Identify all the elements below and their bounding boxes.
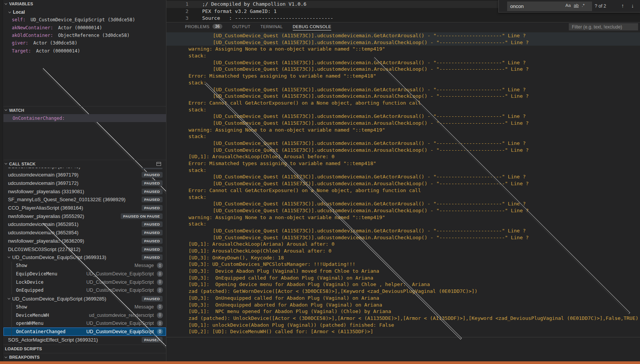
call-stack-frame[interactable]: EquipDeviceMenuUD_CustomDevice_EquipScri… xyxy=(3,270,166,278)
frame-count-badge: 0 xyxy=(157,279,163,285)
chevron-down-icon xyxy=(8,10,11,13)
frame-name: Show xyxy=(16,263,27,268)
variables-section-header[interactable]: VARIABLES xyxy=(3,0,166,8)
variable-row[interactable]: akOldContainer: ObjectReference (3d0dce5… xyxy=(3,32,166,39)
variable-name: giver: xyxy=(12,40,31,46)
variable-name: self: xyxy=(12,17,28,22)
frame-source: UD_CustomDevice_EquipScript xyxy=(86,288,154,293)
thread-label: SOS_ActorMagicEffect_Script (3699321) xyxy=(8,337,98,343)
call-stack-thread[interactable]: SF_mannyLoS_Quest_Scene2_0101322E (36989… xyxy=(3,196,166,204)
call-stack-frame[interactable]: DeviceMenuWHud_customdevice_renderscript… xyxy=(3,311,166,319)
watch-expression-row[interactable]: OnContainerChanged: xyxy=(3,114,166,122)
paused-badge: PAUSED xyxy=(142,230,163,235)
breakpoints-section-header[interactable]: BREAKPOINTS xyxy=(3,353,166,361)
frame-source: UD_CustomDevice_EquipScript xyxy=(86,329,154,334)
chevron-down-icon xyxy=(8,256,10,258)
call-stack-section-header[interactable]: CALL STACK xyxy=(3,160,166,167)
thread-label: DLC01WESC03Script (2745746) xyxy=(8,168,80,169)
call-stack-thread[interactable]: CCO_PlayerAliasScript (3698164)PAUSED xyxy=(3,204,166,212)
console-line: [UD,3]: UD_CustomDevices_NPCSlotsManager… xyxy=(166,261,640,268)
variable-row[interactable]: Target: Actor (00000014) xyxy=(3,47,166,55)
code-text: PEX format v3.2 GameID: 1 xyxy=(202,8,277,14)
find-results-count: ? of 2 xyxy=(595,3,606,9)
call-stack-thread[interactable]: nwsfollower_playeralias (3636209)PAUSED xyxy=(3,237,166,245)
chevron-down-icon xyxy=(5,355,7,358)
call-stack-frame[interactable]: OnContainerChangedUD_CustomDevice_EquipS… xyxy=(3,327,166,336)
frame-count-badge: 0 xyxy=(157,271,163,277)
frame-name: EquipDeviceMenu xyxy=(16,271,57,277)
call-stack-thread[interactable]: SOS_ActorMagicEffect_Script (3699321)PAU… xyxy=(3,336,166,344)
previous-match-icon[interactable]: ↑ xyxy=(621,3,624,9)
watch-section-header[interactable]: WATCH xyxy=(3,106,166,114)
thread-label: CCO_PlayerAliasScript (3698164) xyxy=(8,205,83,211)
console-line: warning: Assigning None to a non-object … xyxy=(166,46,640,52)
watch-title: WATCH xyxy=(9,108,24,113)
console-line: stack: xyxy=(166,79,640,86)
sidebar-left-strip xyxy=(0,0,3,361)
tab-label: OUTPUT xyxy=(232,24,251,29)
variable-name: akOldContainer: xyxy=(12,33,56,38)
tab-problems[interactable]: PROBLEMS 36 xyxy=(185,22,222,30)
call-stack-thread[interactable]: udcustomdevicemain (3652854)PAUSED xyxy=(3,229,166,237)
call-stack-thread[interactable]: UD_CustomDevice_EquipScript (3699313)PAU… xyxy=(3,253,166,262)
paused-badge: PAUSED xyxy=(142,246,163,252)
call-stack-thread[interactable]: udcustomdevicemain (3697179)PAUSED xyxy=(3,171,166,179)
paused-badge: PAUSED xyxy=(142,254,163,260)
console-line: [UD_CustomDevice_Quest (A115E73C)].udcus… xyxy=(166,59,640,66)
paused-badge: PAUSED xyxy=(142,172,163,178)
console-line: warning: Assigning None to a non-object … xyxy=(166,127,640,134)
line-number: 3 xyxy=(166,15,188,22)
paused-badge: PAUSED xyxy=(142,238,163,244)
whole-word-icon[interactable]: ab xyxy=(574,3,579,8)
thread-label: udcustomdevicemain (3697179) xyxy=(8,172,78,178)
tab-debug-console[interactable]: DEBUG CONSOLE xyxy=(293,22,331,30)
paused-badge: PAUSED xyxy=(142,296,163,302)
loaded-scripts-section-header[interactable]: LOADED SCRIPTS xyxy=(3,345,166,353)
frame-name: openWHMenu xyxy=(16,321,43,326)
debug-console-input[interactable] xyxy=(166,337,640,345)
thread-label: nwsfollower_playeralias (3636209) xyxy=(8,238,84,244)
frame-count-badge: 0 xyxy=(157,320,163,326)
tab-terminal[interactable]: TERMINAL xyxy=(260,22,283,30)
code-text: ;/ Decompiled by Champollion V1.0.6 xyxy=(202,1,306,7)
call-stack-thread[interactable]: udcustomdevicemain (3697172)PAUSED xyxy=(3,179,166,188)
scope-local-row[interactable]: Local xyxy=(3,8,166,16)
frame-name: OnContainerChanged xyxy=(16,329,65,334)
variable-name: Target: xyxy=(12,48,34,54)
chevron-down-icon xyxy=(5,162,7,165)
watch-expression: OnContainerChanged: xyxy=(13,116,65,121)
console-line: [UD,2]: [UD]: DeviceMenuWH() called for:… xyxy=(166,328,640,335)
call-stack-thread[interactable]: DLC01WESC03Script (2272812)PAUSED xyxy=(3,245,166,253)
call-stack-partial-row[interactable]: DLC01WESC03Script (2745746) PAUSED xyxy=(3,168,166,171)
console-line: [UD,1]: ArousalCheckLoop(Ariana) Arousal… xyxy=(166,241,640,248)
editor-line[interactable]: 3Source : ------------------------------… xyxy=(166,15,640,22)
next-match-icon[interactable]: ↓ xyxy=(631,3,634,9)
console-line: [UD,1]: NPC menu opened for Abadon Plug … xyxy=(166,308,640,315)
paused-badge: PAUSED xyxy=(142,168,163,169)
console-filter-input[interactable] xyxy=(569,23,638,30)
variable-row[interactable]: akNewContainer: Actor (00000014) xyxy=(3,24,166,31)
call-stack-thread[interactable]: UD_CustomDevice_EquipScript (3699285)PAU… xyxy=(3,294,166,303)
variable-row[interactable]: self: UD_CustomDevice_EquipScript (3d0dc… xyxy=(3,16,166,24)
console-line: Error: Mismatched types assigning to var… xyxy=(166,73,640,79)
call-stack-frame[interactable]: OnEquippedUD_CustomDevice_EquipScript0 xyxy=(3,286,166,295)
call-stack-view-icon[interactable] xyxy=(156,161,161,167)
call-stack-thread[interactable]: nwsfollower_playeralias (3555292)PAUSED … xyxy=(3,212,166,220)
call-stack-frame[interactable]: ShowMessage0 xyxy=(3,303,166,311)
thread-label: UD_CustomDevice_EquipScript (3699285) xyxy=(12,296,106,302)
call-stack-thread[interactable]: nwsfollower_playeralias (3319081)PAUSED xyxy=(3,187,166,196)
tab-output[interactable]: OUTPUT xyxy=(232,22,251,30)
paused-badge: PAUSED ON PAUSE xyxy=(121,213,163,219)
console-line: [UD,3]: OnKeyDown(), Keycode: 18 xyxy=(166,254,640,261)
console-line: [UD,3]: Device Abadon Plug (Vaginal) mov… xyxy=(166,268,640,275)
regex-icon[interactable]: .* xyxy=(582,3,585,8)
call-stack-thread[interactable]: udcustomdevicemain (3652851)PAUSED xyxy=(3,220,166,229)
console-line: [UD,1]: unlockDevice(Abadon Plug (Vagina… xyxy=(166,322,640,329)
console-line: [UD_CustomDevice_Quest (A115E73C)].udcus… xyxy=(166,120,640,127)
console-line: zad (patched): GetWornDevice([Actor < (3… xyxy=(166,288,640,295)
frame-name: OnEquipped xyxy=(16,288,43,293)
variable-row[interactable]: giver: Actor (3d0dce58) xyxy=(3,39,166,47)
call-stack-frame[interactable]: LockDeviceUD_CustomDevice_EquipScript0 xyxy=(3,278,166,286)
console-line: [UD_CustomDevice_Quest (A115E73C)].udcus… xyxy=(166,234,640,241)
match-case-icon[interactable]: Aa xyxy=(565,3,571,8)
